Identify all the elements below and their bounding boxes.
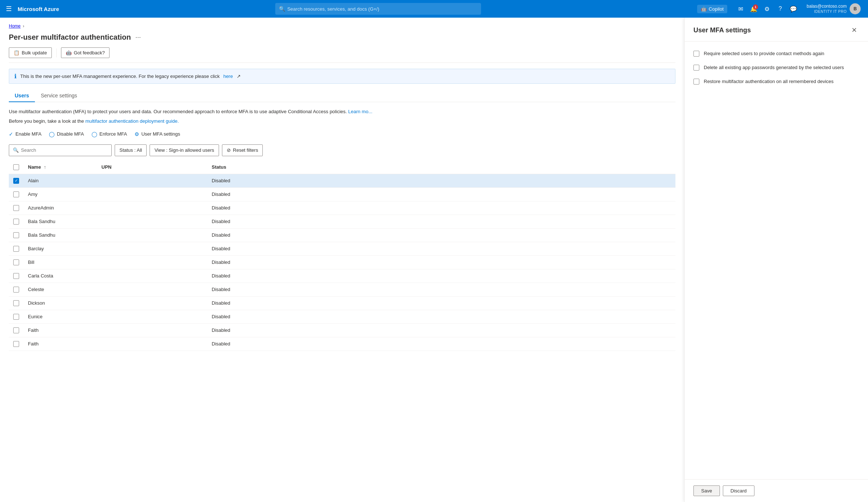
row-upn [97, 323, 207, 337]
row-checkbox[interactable] [13, 219, 19, 225]
action-divider [56, 49, 57, 57]
row-checkbox[interactable] [13, 300, 19, 306]
row-checkbox[interactable] [13, 314, 19, 320]
user-menu[interactable]: balas@contoso.com IDENTITY IT PRO B [804, 2, 864, 16]
page-title-row: Per-user multifactor authentication ··· [9, 33, 675, 42]
settings-button[interactable]: ⚙ [761, 3, 773, 15]
user-mfa-settings-icon: ⚙ [134, 131, 139, 137]
guide-link-row: Before you begin, take a look at the mul… [9, 118, 675, 124]
restore-mfa-label: Restore multifactor authentication on al… [704, 78, 833, 85]
search-input[interactable] [21, 147, 108, 153]
row-checkbox[interactable] [13, 273, 19, 279]
tab-users[interactable]: Users [9, 90, 35, 102]
filter-row: 🔍 Status : All View : Sign-in allowed us… [9, 144, 675, 156]
row-checkbox[interactable] [13, 259, 19, 265]
disable-mfa-icon: ◯ [49, 131, 55, 137]
row-checkbox[interactable] [13, 205, 19, 211]
row-status: Disabled [207, 337, 675, 351]
nav-search-box[interactable]: 🔍 [275, 3, 481, 15]
delete-passwords-label: Delete all existing app passwords genera… [704, 64, 844, 71]
search-icon: 🔍 [13, 147, 19, 153]
table-row: AlainDisabled [9, 174, 675, 187]
table-row: Bala SandhuDisabled [9, 228, 675, 242]
breadcrumb-separator: › [23, 24, 24, 29]
right-panel: User MFA settings ✕ Require selected use… [684, 18, 868, 502]
row-status: Disabled [207, 228, 675, 242]
reset-filters-button[interactable]: ⊘ Reset filters [222, 144, 263, 156]
row-name: Bala Sandhu [24, 215, 97, 228]
panel-option-restore-mfa: Restore multifactor authentication on al… [693, 78, 859, 85]
row-name: Barclay [24, 242, 97, 255]
row-name: Eunice [24, 310, 97, 323]
user-mfa-settings-button[interactable]: ⚙ User MFA settings [134, 130, 180, 139]
info-icon: ℹ [14, 73, 17, 80]
table-row: Carla CostaDisabled [9, 269, 675, 283]
save-button[interactable]: Save [693, 485, 720, 496]
feedback-button[interactable]: 💬 [788, 3, 799, 15]
row-upn [97, 283, 207, 296]
user-email: balas@contoso.com [807, 4, 847, 10]
mail-button[interactable]: ✉ [735, 3, 746, 15]
restore-mfa-checkbox[interactable] [693, 79, 699, 85]
top-nav: ☰ Microsoft Azure 🔍 🤖 Copilot ✉ 🔔 1 ⚙ ? … [0, 0, 868, 18]
row-status: Disabled [207, 187, 675, 201]
enable-mfa-button[interactable]: ✓ Enable MFA [9, 130, 42, 139]
name-column-header[interactable]: Name ↑ [24, 161, 97, 174]
disable-mfa-label: Disable MFA [57, 131, 84, 137]
panel-footer: Save Discard [685, 479, 868, 502]
row-upn [97, 269, 207, 283]
table-row: CelesteDisabled [9, 283, 675, 296]
notifications-button[interactable]: 🔔 1 [748, 3, 760, 15]
row-checkbox[interactable] [13, 287, 19, 293]
search-box[interactable]: 🔍 [9, 144, 112, 156]
row-name: Amy [24, 187, 97, 201]
tab-service-settings[interactable]: Service settings [35, 90, 83, 102]
row-name: Faith [24, 337, 97, 351]
row-checkbox[interactable] [13, 232, 19, 238]
nav-search-input[interactable] [287, 6, 477, 12]
feedback-button[interactable]: 🤖 Got feedback? [61, 47, 110, 58]
row-checkbox[interactable] [13, 341, 19, 347]
bulk-update-button[interactable]: 📋 Bulk update [9, 47, 52, 58]
discard-button[interactable]: Discard [723, 485, 754, 496]
avatar: B [850, 3, 861, 14]
learn-more-link[interactable]: Learn mo... [348, 109, 372, 114]
row-upn [97, 187, 207, 201]
info-link[interactable]: here [223, 73, 233, 79]
table-row: BillDisabled [9, 255, 675, 269]
user-info: balas@contoso.com IDENTITY IT PRO [807, 4, 847, 14]
panel-body: Require selected users to provide contac… [685, 42, 868, 479]
deployment-guide-link[interactable]: multifactor authentication deployment gu… [85, 118, 179, 124]
view-filter-button[interactable]: View : Sign-in allowed users [150, 144, 219, 156]
disable-mfa-button[interactable]: ◯ Disable MFA [49, 130, 84, 139]
row-name: Carla Costa [24, 269, 97, 283]
page-title: Per-user multifactor authentication [9, 33, 131, 42]
hamburger-menu[interactable]: ☰ [4, 3, 13, 14]
upn-column-header[interactable]: UPN [97, 161, 207, 174]
table-row: FaithDisabled [9, 337, 675, 351]
copilot-button[interactable]: 🤖 Copilot [697, 5, 727, 13]
breadcrumb-home[interactable]: Home [9, 24, 21, 29]
table-row: DicksonDisabled [9, 296, 675, 310]
row-status: Disabled [207, 323, 675, 337]
row-checkbox[interactable] [13, 246, 19, 252]
row-upn [97, 255, 207, 269]
help-button[interactable]: ? [774, 3, 786, 15]
require-contact-checkbox[interactable] [693, 51, 699, 57]
tabs: Users Service settings [9, 90, 675, 102]
status-column-header[interactable]: Status [207, 161, 675, 174]
info-text: This is the new per-user MFA management … [20, 73, 220, 79]
page-more-button[interactable]: ··· [135, 33, 141, 41]
select-all-checkbox[interactable] [13, 164, 19, 170]
sort-indicator: ↑ [44, 164, 46, 170]
row-checkbox[interactable] [13, 327, 19, 333]
panel-close-button[interactable]: ✕ [849, 25, 859, 35]
bulk-update-icon: 📋 [14, 50, 19, 55]
row-checkbox[interactable] [13, 178, 19, 184]
row-checkbox[interactable] [13, 191, 19, 197]
delete-passwords-checkbox[interactable] [693, 65, 699, 71]
enforce-mfa-button[interactable]: ◯ Enforce MFA [92, 130, 127, 139]
status-filter-button[interactable]: Status : All [115, 144, 147, 156]
row-status: Disabled [207, 296, 675, 310]
nav-icon-group: ✉ 🔔 1 ⚙ ? 💬 [735, 3, 799, 15]
